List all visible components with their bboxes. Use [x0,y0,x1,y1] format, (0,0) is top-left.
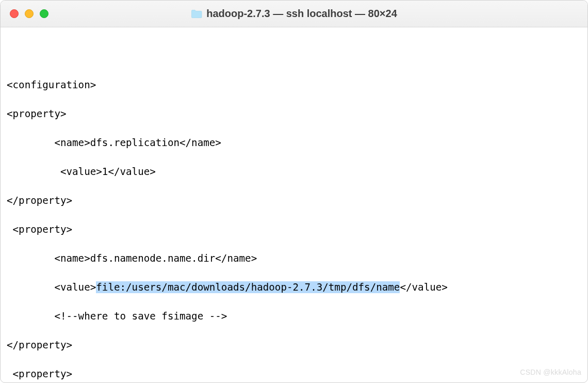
maximize-button[interactable] [40,9,48,18]
terminal-window: hadoop-2.7.3 — ssh localhost — 80×24 <co… [0,0,588,383]
terminal-line: <property> [7,107,581,121]
terminal-line [7,49,581,63]
close-button[interactable] [10,9,19,18]
window-title: hadoop-2.7.3 — ssh localhost — 80×24 [206,8,397,20]
titlebar[interactable]: hadoop-2.7.3 — ssh localhost — 80×24 [1,1,587,27]
terminal-line: <value>1</value> [7,165,581,179]
terminal-line: </property> [7,338,581,353]
terminal-line: <name>dfs.replication</name> [7,136,581,150]
traffic-lights [10,9,48,18]
watermark: CSDN @kkkAloha [520,365,581,379]
folder-icon [191,9,202,19]
terminal-line: <property> [7,367,581,381]
selected-text[interactable]: file:/users/mac/downloads/hadoop-2.7.3/t… [96,281,400,293]
terminal-line: <property> [7,222,581,237]
minimize-button[interactable] [25,9,34,18]
terminal-line: <name>dfs.namenode.name.dir</name> [7,251,581,266]
terminal-line: <configuration> [7,78,581,92]
line-suffix: </value> [400,281,447,293]
line-prefix: <value> [7,281,96,293]
terminal-line: <!--where to save fsimage --> [7,309,581,324]
terminal-line: <value>file:/users/mac/downloads/hadoop-… [7,280,581,295]
title-container: hadoop-2.7.3 — ssh localhost — 80×24 [1,8,587,20]
terminal-content[interactable]: <configuration> <property> <name>dfs.rep… [1,27,587,382]
terminal-line: </property> [7,194,581,208]
